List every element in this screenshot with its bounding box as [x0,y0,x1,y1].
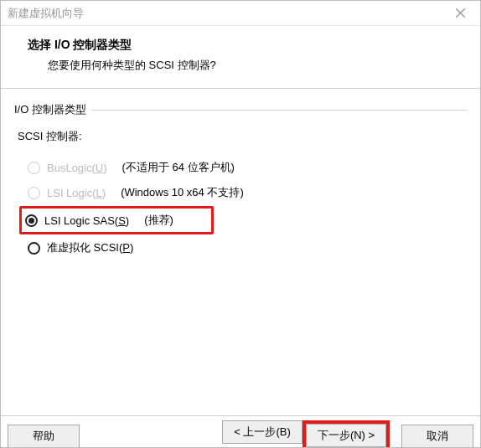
radio-label: BusLogic(U) [47,162,107,174]
highlight-annotation: 下一步(N) > [303,420,390,448]
cancel-button[interactable]: 取消 [401,425,473,448]
close-icon [456,8,465,18]
radio-note: (Windows 10 x64 不支持) [121,185,244,200]
radio-label: LSI Logic(L) [47,187,106,199]
group-legend-row: I/O 控制器类型 [14,102,467,117]
radio-icon [25,214,38,227]
radio-icon [28,187,40,199]
io-controller-group: I/O 控制器类型 SCSI 控制器: BusLogic(U) (不适用于 64… [14,102,467,260]
radio-icon [28,242,40,255]
page-subtitle: 您要使用何种类型的 SCSI 控制器? [28,58,460,73]
nav-button-group: < 上一步(B) 下一步(N) > [222,420,390,447]
content-area: I/O 控制器类型 SCSI 控制器: BusLogic(U) (不适用于 64… [1,89,480,275]
radio-note: (推荐) [144,213,173,228]
radio-note: (不适用于 64 位客户机) [122,160,235,175]
page-title: 选择 I/O 控制器类型 [28,38,460,53]
radio-icon [28,162,40,174]
highlight-annotation: LSI Logic SAS(S) (推荐) [19,206,214,234]
window-title: 新建虚拟机向导 [8,6,84,21]
radio-lsilogic-sas[interactable]: LSI Logic SAS(S) (推荐) [25,211,173,229]
radio-paravirtual-scsi[interactable]: 准虚拟化 SCSI(P) [23,236,467,260]
scsi-label: SCSI 控制器: [18,129,467,144]
back-button[interactable]: < 上一步(B) [222,420,303,444]
close-button[interactable] [443,2,477,25]
group-legend: I/O 控制器类型 [14,102,86,117]
wizard-footer: 帮助 < 上一步(B) 下一步(N) > 取消 [1,415,480,447]
titlebar: 新建虚拟机向导 [1,1,480,26]
help-button[interactable]: 帮助 [8,425,80,448]
legend-divider [91,110,467,111]
radio-lsilogic: LSI Logic(L) (Windows 10 x64 不支持) [23,181,467,204]
wizard-header: 选择 I/O 控制器类型 您要使用何种类型的 SCSI 控制器? [1,26,480,89]
radio-label: LSI Logic SAS(S) [44,214,129,227]
radio-label: 准虚拟化 SCSI(P) [47,240,133,255]
next-button[interactable]: 下一步(N) > [306,424,386,447]
wizard-window: 新建虚拟机向导 选择 I/O 控制器类型 您要使用何种类型的 SCSI 控制器?… [0,0,481,448]
radio-buslogic: BusLogic(U) (不适用于 64 位客户机) [23,156,467,179]
